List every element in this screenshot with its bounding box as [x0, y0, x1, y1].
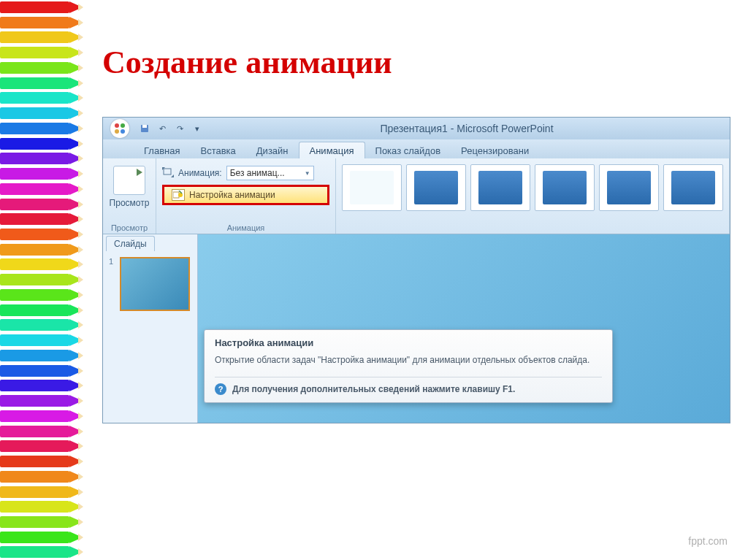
ribbon-tab[interactable]: Дизайн	[246, 142, 299, 158]
transition-thumb[interactable]	[470, 164, 530, 211]
ribbon-tab[interactable]: Вставка	[190, 142, 245, 158]
pencil	[0, 272, 84, 287]
qat-dropdown[interactable]: ▾	[191, 122, 204, 135]
animation-dropdown-row: Анимация: Без анимац... ▼	[162, 166, 329, 180]
custom-animation-icon	[172, 189, 185, 201]
save-button[interactable]	[138, 122, 151, 135]
pencil	[0, 61, 84, 75]
svg-point-3	[121, 129, 125, 134]
pencil	[0, 137, 84, 151]
tooltip-title: Настройка анимации	[215, 337, 602, 348]
pencil	[0, 151, 84, 166]
svg-point-8	[178, 193, 183, 197]
pencil	[0, 378, 84, 393]
pencil	[0, 212, 84, 226]
transition-thumb[interactable]	[663, 164, 723, 211]
pencil	[0, 106, 84, 120]
pencil-border	[0, 0, 88, 560]
transition-none[interactable]	[342, 164, 402, 211]
pencil	[0, 45, 84, 60]
office-button[interactable]	[106, 118, 134, 139]
tooltip: Настройка анимации Открытие области зада…	[204, 329, 613, 403]
pencil	[0, 515, 84, 529]
animation-label: Анимация:	[178, 168, 222, 178]
transition-thumb[interactable]	[535, 164, 595, 211]
animation-dropdown[interactable]: Без анимац... ▼	[226, 166, 314, 180]
pencil	[0, 394, 84, 408]
pencil	[0, 121, 84, 136]
pencil	[0, 530, 84, 545]
transition-gallery[interactable]	[342, 164, 723, 211]
preview-label: Просмотр	[109, 198, 150, 208]
slides-tab[interactable]: Слайды	[106, 236, 155, 251]
transition-thumb[interactable]	[599, 164, 659, 211]
svg-point-2	[115, 129, 119, 134]
slides-pane: Слайды 1	[103, 234, 198, 423]
powerpoint-window: ↶ ↷ ▾ Презентация1 - Microsoft PowerPoin…	[102, 117, 730, 423]
pencil	[0, 15, 84, 30]
slide-thumbnail[interactable]	[120, 257, 190, 311]
pencil	[0, 318, 84, 332]
svg-rect-5	[142, 125, 147, 128]
footer-brand: fppt.com	[688, 535, 728, 547]
slide-number: 1	[109, 257, 113, 266]
quick-access-toolbar: ↶ ↷ ▾	[138, 122, 204, 135]
pencil	[0, 409, 84, 423]
tooltip-body: Открытие области задач "Настройка анимац…	[215, 354, 602, 367]
help-icon: ?	[215, 383, 226, 395]
chevron-down-icon: ▼	[305, 170, 310, 177]
ribbon-tab[interactable]: Главная	[134, 142, 190, 158]
resize-icon	[162, 167, 174, 180]
pencil	[0, 182, 84, 196]
pencil	[0, 469, 84, 484]
custom-animation-button[interactable]: Настройка анимации	[162, 185, 329, 205]
pencil	[0, 257, 84, 272]
pencil	[0, 166, 84, 181]
animation-group-label: Анимация	[162, 222, 329, 234]
title-bar: ↶ ↷ ▾ Презентация1 - Microsoft PowerPoin…	[103, 118, 730, 139]
tooltip-footer: ? Для получения дополнительных сведений …	[215, 377, 602, 395]
custom-animation-label: Настройка анимации	[189, 190, 275, 200]
ribbon-tab[interactable]: Анимация	[299, 142, 365, 158]
office-logo-icon	[110, 119, 129, 138]
ribbon-tabs: ГлавнаяВставкаДизайнАнимацияПоказ слайдо…	[103, 139, 730, 158]
pencil	[0, 91, 84, 105]
svg-point-0	[115, 123, 119, 128]
ribbon-body: Просмотр Просмотр Анимация: Без анимац..…	[103, 158, 730, 234]
animation-value: Без анимац...	[230, 168, 285, 178]
slide-title: Создание анимации	[102, 44, 392, 81]
transition-thumb[interactable]	[406, 164, 466, 211]
pencil	[0, 30, 84, 45]
pencil	[0, 499, 84, 514]
pencil	[0, 424, 84, 439]
pencil	[0, 242, 84, 257]
redo-button[interactable]: ↷	[173, 122, 186, 135]
tooltip-footer-text: Для получения дополнительных сведений на…	[232, 384, 515, 394]
pencil	[0, 545, 84, 559]
undo-button[interactable]: ↶	[156, 122, 169, 135]
svg-rect-7	[173, 192, 179, 198]
transitions-group	[336, 158, 730, 234]
pencil	[0, 454, 84, 469]
ribbon-tab[interactable]: Рецензировани	[451, 142, 539, 158]
preview-button[interactable]: Просмотр	[109, 161, 150, 208]
pencil	[0, 364, 84, 378]
window-title: Презентация1 - Microsoft PowerPoint	[204, 123, 730, 134]
pencil	[0, 303, 84, 318]
ribbon-tab[interactable]: Показ слайдов	[365, 142, 451, 158]
preview-icon	[113, 166, 145, 195]
pencil	[0, 485, 84, 499]
pencil	[0, 227, 84, 242]
animation-group: Анимация: Без анимац... ▼ Настройка аним…	[156, 158, 336, 234]
preview-group-label: Просмотр	[109, 222, 150, 234]
pencil	[0, 76, 84, 91]
pencil	[0, 288, 84, 302]
pencil	[0, 348, 84, 363]
pencil	[0, 0, 84, 15]
preview-group: Просмотр Просмотр	[103, 158, 156, 234]
pencil	[0, 197, 84, 212]
slide-thumbnails: 1	[103, 251, 197, 320]
svg-point-1	[121, 123, 125, 128]
svg-rect-6	[164, 169, 171, 174]
pencil	[0, 439, 84, 453]
